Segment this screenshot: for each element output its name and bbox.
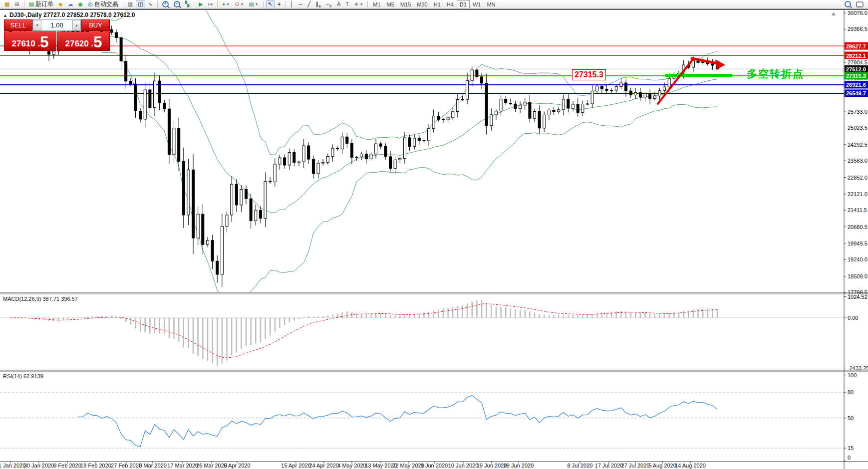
new-order-button[interactable]: ▤新订单	[27, 0, 55, 9]
price-axis[interactable]	[844, 10, 868, 462]
publish-chart-icon[interactable]: ☁	[66, 0, 75, 9]
arrows-icon-dropdown-icon[interactable]: ▼	[359, 0, 363, 8]
crosshair-icon: +	[278, 0, 281, 8]
line-chart-icon[interactable]: ∿	[146, 0, 155, 9]
trendline-icon: ╱	[307, 0, 311, 8]
trend-right-arrow[interactable]	[692, 58, 717, 63]
buy-button[interactable]: BUY	[81, 19, 110, 31]
horizontal-line-icon[interactable]: ─	[296, 0, 304, 9]
trendline-icon[interactable]: ╱	[305, 0, 313, 9]
rsi-value: 62.9139	[23, 373, 43, 379]
search-icon[interactable]	[843, 0, 853, 9]
text-icon[interactable]: A	[335, 0, 342, 9]
toolbar-separator	[24, 1, 24, 7]
candlestick-chart-icon: ◫	[138, 0, 143, 8]
timeframe-h1-button[interactable]: H1	[431, 0, 444, 9]
symbol-ohlc-line: DJ30-,Daily 27727.0 27852.0 27578.0 2761…	[9, 11, 135, 18]
cursor-icon[interactable]: ↖	[266, 0, 275, 9]
crosshair-icon[interactable]: +	[276, 0, 283, 9]
periods-icon[interactable]: ⊙▼	[233, 0, 246, 9]
turning-point-text[interactable]: 多空转折点	[747, 67, 804, 81]
indicators-add-icon-dropdown-icon[interactable]: ▼	[226, 0, 230, 8]
tile-windows-icon[interactable]: ▚	[183, 0, 191, 9]
arrows-icon[interactable]: ∗▼	[352, 0, 365, 9]
volume-down-icon[interactable]: ▼	[33, 20, 41, 30]
autotrading-button[interactable]: ◎自动交易	[86, 0, 120, 9]
horizontal-line-icon: ─	[298, 0, 302, 8]
cursor-icon: ↖	[268, 0, 273, 8]
toolbar-separator	[194, 1, 194, 7]
sell-button[interactable]: SELL	[4, 19, 32, 31]
templates-icon[interactable]: ▤▼	[247, 0, 260, 9]
chat-icon[interactable]	[854, 0, 866, 9]
indicators-add-icon: +	[222, 0, 225, 8]
bar-chart-icon[interactable]: ▥	[126, 0, 135, 9]
vertical-line-icon: │	[290, 0, 293, 8]
autotrading-button-label: 自动交易	[94, 0, 118, 8]
chart-shift-icon[interactable]: ↦	[206, 0, 215, 9]
ask-price-tile[interactable]: 27620 .5	[57, 31, 110, 51]
fibonacci-icon[interactable]: ┄F	[324, 0, 334, 9]
timeframe-d1-button[interactable]: D1	[457, 0, 470, 9]
trend-up-arrow[interactable]	[658, 59, 693, 104]
chart-shift-marker-icon	[832, 12, 836, 15]
search-icon	[845, 1, 851, 7]
data-window-icon[interactable]: ⊞	[12, 0, 21, 9]
auto-scroll-icon: ▶	[199, 0, 203, 8]
timeframe-h4-button[interactable]: H4	[444, 0, 457, 9]
periods-icon-dropdown-icon[interactable]: ▼	[241, 0, 244, 8]
chart-shift-icon: ↦	[208, 0, 213, 8]
trading-platform-window: { "toolbar": { "items": [ {"n":"charts-w…	[0, 0, 868, 469]
signals-icon[interactable]: ◉	[76, 0, 85, 9]
main-chart-pane	[0, 0, 844, 300]
toolbar-separator	[157, 1, 158, 7]
text-label-icon[interactable]: T	[343, 0, 351, 9]
publish-chart-icon: ☁	[68, 0, 73, 8]
zoom-in-icon[interactable]: +	[160, 0, 171, 9]
macd-pane	[0, 300, 844, 366]
zoom-out-icon[interactable]: −	[172, 0, 182, 9]
zoom-out-icon: −	[174, 1, 180, 7]
timeframe-m30-button[interactable]: M30	[414, 0, 430, 9]
toolbar-separator	[123, 1, 123, 7]
toolbar-separator	[217, 1, 218, 7]
bid-big-digit: 5	[40, 35, 48, 50]
collapse-panel-icon[interactable]: ▲	[3, 13, 7, 18]
fibonacci-icon-suffix: F	[329, 4, 332, 8]
timeframe-m5-button[interactable]: M5	[384, 0, 397, 9]
turning-point-highlight-bar[interactable]	[665, 74, 732, 77]
trend-right-arrowhead[interactable]	[715, 59, 725, 69]
eraser-icon[interactable]: ◆	[56, 0, 64, 9]
text-icon: A	[337, 0, 340, 8]
charts-window-icon: ▦	[4, 0, 9, 8]
toolbar: ▦⊞▤新订单◆☁◉◎自动交易▥◫∿+−▚▶↦+▼⊙▼▤▼↖+│─╱∥E┄FAT∗…	[0, 0, 868, 9]
volume-value[interactable]: 1.00	[41, 20, 72, 30]
charts-window-icon[interactable]: ▦	[2, 0, 11, 9]
volume-stepper[interactable]: ▼ 1.00 ▲	[32, 19, 81, 31]
macd-values: 387.71 396.57	[42, 296, 77, 302]
time-axis[interactable]	[0, 462, 844, 469]
indicators-add-icon[interactable]: +▼	[220, 0, 232, 9]
bollinger-upper	[102, 0, 717, 155]
candlestick-chart-icon[interactable]: ◫	[136, 0, 145, 9]
vertical-line-icon[interactable]: │	[288, 0, 295, 9]
toolbar-separator	[263, 1, 264, 7]
price-level-label[interactable]: 27315.3	[572, 69, 606, 80]
chart-canvas[interactable]: 30076.029366.527904.527195.026484.025733…	[0, 0, 868, 469]
rsi-line	[78, 395, 717, 447]
bid-price-tile[interactable]: 27610 .5	[4, 31, 56, 51]
timeframe-w1-button[interactable]: W1	[470, 0, 484, 9]
toolbar-divider	[0, 9, 868, 10]
timeframe-m15-button[interactable]: M15	[397, 0, 414, 9]
rsi-label: RSI(14) 62.9139	[3, 373, 43, 379]
timeframe-mn-button[interactable]: MN	[484, 0, 498, 9]
timeframe-m1-button[interactable]: M1	[370, 0, 383, 9]
text-label-icon: T	[345, 0, 349, 8]
tile-windows-icon: ▚	[185, 0, 189, 8]
volume-up-icon[interactable]: ▲	[72, 20, 81, 30]
toolbar-separator	[367, 1, 368, 7]
equidistant-channel-icon[interactable]: ∥E	[314, 0, 323, 9]
auto-scroll-icon[interactable]: ▶	[197, 0, 205, 9]
templates-icon: ▤	[249, 0, 254, 8]
templates-icon-dropdown-icon[interactable]: ▼	[255, 0, 259, 8]
